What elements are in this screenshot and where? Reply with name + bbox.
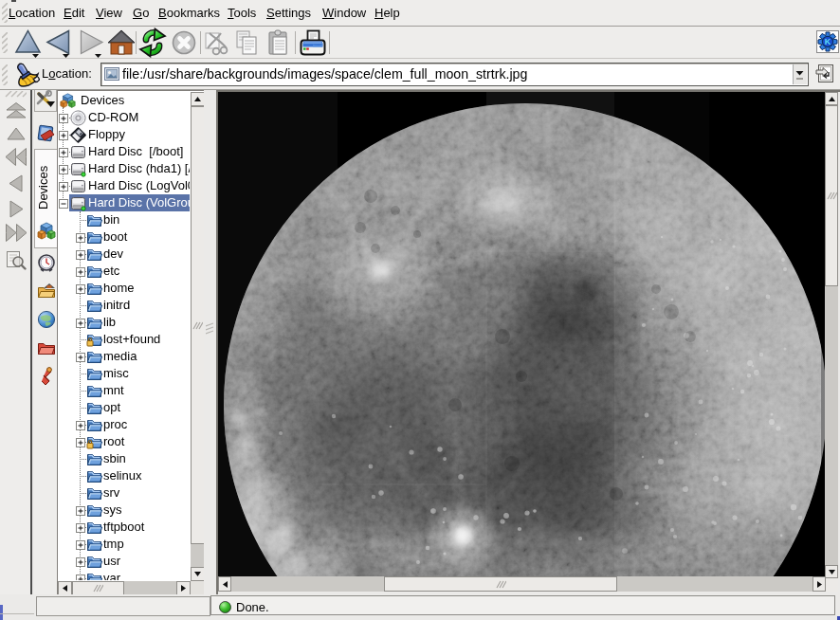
svg-text:K: K xyxy=(825,37,831,46)
